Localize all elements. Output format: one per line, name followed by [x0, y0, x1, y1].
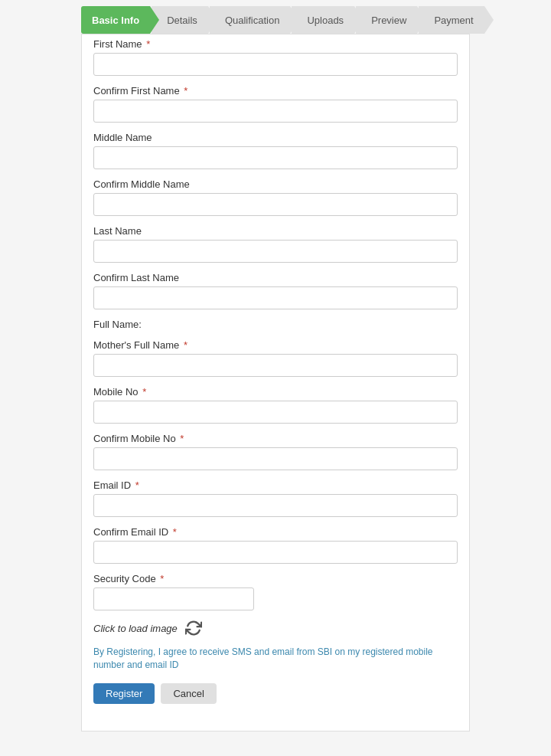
security-code-group: Security Code * — [82, 573, 469, 610]
chevron-icon-0 — [150, 6, 159, 34]
mothers-full-name-input[interactable] — [93, 354, 458, 377]
confirm-middle-name-input[interactable] — [93, 193, 458, 216]
first-name-group: First Name * — [82, 38, 469, 76]
email-id-label: Email ID * — [93, 479, 458, 491]
confirm-last-name-group: Confirm Last Name — [82, 272, 469, 309]
confirm-first-name-input[interactable] — [93, 100, 458, 123]
mothers-full-name-required: * — [181, 339, 187, 351]
tab-qualification[interactable]: Qualification — [210, 6, 291, 34]
form-content: First Name * Confirm First Name * Middle… — [81, 34, 470, 731]
tab-qualification-label: Qualification — [225, 15, 280, 26]
confirm-email-id-input[interactable] — [93, 541, 458, 564]
confirm-first-name-group: Confirm First Name * — [82, 85, 469, 123]
last-name-label: Last Name — [93, 225, 458, 237]
mobile-no-required: * — [140, 386, 147, 398]
confirm-email-id-group: Confirm Email ID * — [82, 526, 469, 564]
captcha-refresh-icon[interactable] — [185, 620, 202, 637]
security-code-label: Security Code * — [93, 573, 458, 584]
email-id-required: * — [132, 479, 139, 491]
tab-preview-label: Preview — [371, 15, 406, 26]
last-name-group: Last Name — [82, 225, 469, 263]
tab-uploads-label: Uploads — [307, 15, 344, 26]
first-name-input[interactable] — [93, 53, 458, 76]
confirm-middle-name-group: Confirm Middle Name — [82, 178, 469, 216]
confirm-mobile-no-label: Confirm Mobile No * — [93, 433, 458, 444]
tab-details[interactable]: Details — [152, 6, 208, 34]
security-code-required: * — [158, 573, 165, 584]
confirm-email-id-required: * — [170, 526, 177, 538]
captcha-image-placeholder[interactable]: Click to load image — [93, 623, 178, 634]
first-name-label: First Name * — [93, 38, 458, 50]
chevron-icon-4 — [417, 6, 426, 34]
tab-basic-info-label: Basic Info — [92, 15, 139, 26]
mobile-no-group: Mobile No * — [82, 386, 469, 424]
middle-name-input[interactable] — [93, 146, 458, 169]
tab-navigation: Basic Info Details Qualification Uploads… — [0, 0, 551, 34]
chevron-icon-5 — [484, 6, 494, 34]
chevron-icon-2 — [290, 6, 299, 34]
tab-payment[interactable]: Payment — [419, 6, 484, 34]
security-code-input[interactable] — [93, 587, 254, 610]
mothers-full-name-group: Mother's Full Name * — [82, 339, 469, 377]
full-name-display: Full Name: — [82, 319, 469, 330]
confirm-middle-name-label: Confirm Middle Name — [93, 178, 458, 190]
button-row: Register Cancel — [82, 683, 469, 704]
confirm-first-name-label: Confirm First Name * — [93, 85, 458, 97]
confirm-last-name-label: Confirm Last Name — [93, 272, 458, 283]
tab-basic-info[interactable]: Basic Info — [81, 6, 150, 34]
register-button[interactable]: Register — [93, 683, 155, 704]
chevron-icon-1 — [208, 6, 217, 34]
agreement-text: By Registering, I agree to receive SMS a… — [82, 646, 469, 672]
mobile-no-input[interactable] — [93, 401, 458, 424]
mothers-full-name-label: Mother's Full Name * — [93, 339, 458, 351]
middle-name-group: Middle Name — [82, 132, 469, 169]
chevron-icon-3 — [354, 6, 364, 34]
confirm-mobile-no-group: Confirm Mobile No * — [82, 433, 469, 470]
email-id-input[interactable] — [93, 494, 458, 517]
confirm-last-name-input[interactable] — [93, 286, 458, 309]
tab-details-label: Details — [167, 15, 197, 26]
captcha-row: Click to load image — [82, 620, 469, 637]
cancel-button[interactable]: Cancel — [161, 683, 216, 704]
mobile-no-label: Mobile No * — [93, 386, 458, 398]
page-container: Basic Info Details Qualification Uploads… — [0, 0, 551, 756]
middle-name-label: Middle Name — [93, 132, 458, 143]
last-name-input[interactable] — [93, 240, 458, 263]
tab-preview[interactable]: Preview — [356, 6, 417, 34]
tab-payment-label: Payment — [434, 15, 473, 26]
confirm-first-name-required: * — [181, 85, 188, 97]
confirm-mobile-no-required: * — [178, 433, 184, 444]
tab-uploads[interactable]: Uploads — [292, 6, 354, 34]
email-id-group: Email ID * — [82, 479, 469, 517]
confirm-mobile-no-input[interactable] — [93, 447, 458, 470]
confirm-email-id-label: Confirm Email ID * — [93, 526, 458, 538]
first-name-required: * — [144, 38, 151, 50]
